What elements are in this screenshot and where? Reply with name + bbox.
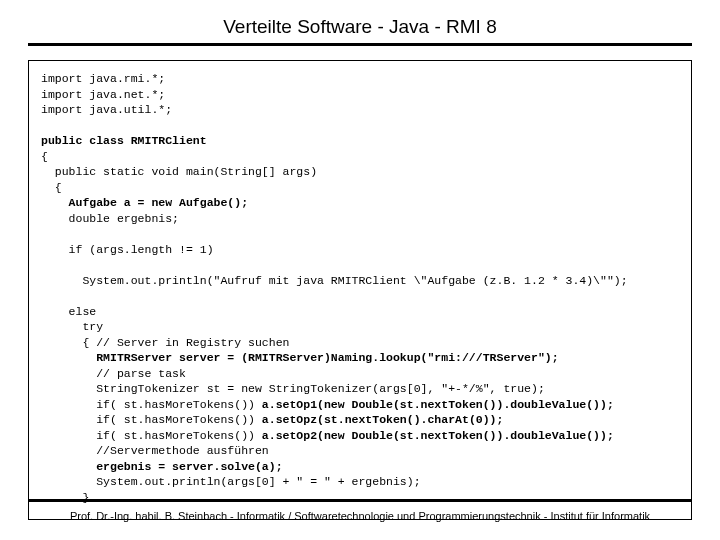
code-line: // parse task xyxy=(41,367,186,380)
code-line: Aufgabe a = new Aufgabe(); xyxy=(41,196,248,209)
code-line: { xyxy=(41,181,62,194)
code-line: import java.util.*; xyxy=(41,103,172,116)
code-bold: a.setOp1(new Double(st.nextToken()).doub… xyxy=(262,398,614,411)
code-line: StringTokenizer st = new StringTokenizer… xyxy=(41,382,545,395)
footer-divider xyxy=(28,499,692,502)
code-line: { xyxy=(41,150,48,163)
code-line: public static void main(String[] args) xyxy=(41,165,317,178)
code-line: { // Server in Registry suchen xyxy=(41,336,289,349)
code-bold: a.setOpz(st.nextToken().charAt(0)); xyxy=(262,413,504,426)
code-line: else xyxy=(41,305,96,318)
code-line: if( st.hasMoreTokens()) xyxy=(41,398,262,411)
page-title: Verteilte Software - Java - RMI 8 xyxy=(28,10,692,46)
code-line: ergebnis = server.solve(a); xyxy=(41,460,283,473)
code-line: System.out.println(args[0] + " = " + erg… xyxy=(41,475,421,488)
footer: Prof. Dr.-Ing. habil. B. Steinbach - Inf… xyxy=(28,499,692,522)
footer-text: Prof. Dr.-Ing. habil. B. Steinbach - Inf… xyxy=(28,510,692,522)
code-line: import java.net.*; xyxy=(41,88,165,101)
code-listing: import java.rmi.*; import java.net.*; im… xyxy=(28,60,692,520)
code-line: if (args.length != 1) xyxy=(41,243,214,256)
code-line: //Servermethode ausführen xyxy=(41,444,269,457)
code-line: double ergebnis; xyxy=(41,212,179,225)
code-line: if( st.hasMoreTokens()) xyxy=(41,429,262,442)
code-line: if( st.hasMoreTokens()) xyxy=(41,413,262,426)
code-line: try xyxy=(41,320,103,333)
code-bold: a.setOp2(new Double(st.nextToken()).doub… xyxy=(262,429,614,442)
code-line: RMITRServer server = (RMITRServer)Naming… xyxy=(41,351,559,364)
code-line: import java.rmi.*; xyxy=(41,72,165,85)
code-line: public class RMITRClient xyxy=(41,134,207,147)
code-line: System.out.println("Aufruf mit java RMIT… xyxy=(41,274,628,287)
